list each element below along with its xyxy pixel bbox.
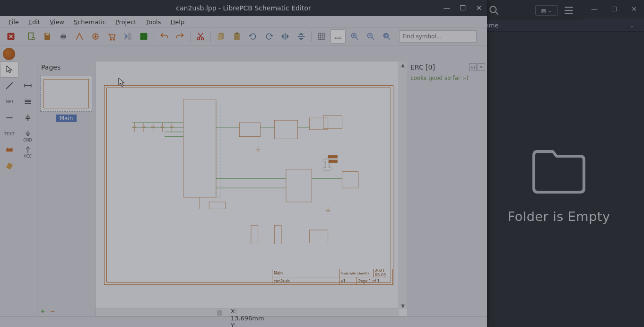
window-titlebar: can2usb.lpp - LibrePCB Schematic Editor …	[0, 0, 487, 16]
svg-line-1	[496, 12, 498, 14]
fm-menu-icon[interactable]	[563, 4, 575, 17]
tool-capacitor[interactable]	[18, 110, 37, 126]
erc-float-button[interactable]: ◱	[469, 63, 477, 71]
svg-point-19	[141, 37, 143, 39]
copy-button[interactable]	[214, 30, 228, 43]
menu-tools[interactable]: Tools	[141, 17, 165, 27]
scroll-down-icon[interactable]: ▼	[400, 303, 405, 308]
fm-body: Folder is Empty	[474, 40, 644, 327]
chevron-down-icon: ⌄	[629, 22, 635, 29]
svg-point-29	[383, 33, 388, 38]
tool-empty1	[18, 62, 37, 78]
svg-rect-91	[251, 225, 258, 244]
menu-view[interactable]: View	[45, 17, 69, 27]
svg-rect-16	[140, 33, 148, 40]
fm-close-button[interactable]: ✕	[624, 0, 644, 18]
export-pdf-button[interactable]	[72, 30, 87, 43]
cut-button[interactable]	[193, 30, 208, 43]
tool-text[interactable]: TEXT	[0, 126, 18, 142]
erc-panel: ERC [0] ◱ ✕ Looks good so far :-)	[407, 62, 487, 317]
status-bar: X: 13.696mm Y: 199.955mm	[0, 316, 487, 327]
svg-point-14	[113, 39, 115, 40]
export-image-button[interactable]	[88, 30, 103, 43]
board-editor-button[interactable]	[137, 30, 151, 43]
svg-line-31	[6, 82, 12, 88]
librepcb-logo-icon[interactable]	[3, 48, 15, 60]
menu-schematic[interactable]: Schematic	[69, 17, 111, 27]
zoom-in-button[interactable]	[348, 30, 362, 43]
status-x-label: X:	[231, 308, 237, 315]
window-maximize-button[interactable]: ☐	[455, 0, 471, 16]
tool-select[interactable]	[0, 62, 18, 78]
sheet-overlay-number: 1	[322, 157, 332, 173]
tb-date: 2021-08-05	[374, 269, 393, 277]
print-button[interactable]	[56, 30, 70, 43]
svg-rect-92	[274, 225, 281, 244]
rotate-ccw-button[interactable]	[246, 30, 260, 43]
tool-net[interactable]: .NET	[0, 94, 18, 110]
menu-edit[interactable]: Edit	[24, 17, 45, 27]
svg-rect-84	[286, 169, 312, 202]
units-button[interactable]	[331, 29, 346, 44]
folder-open-icon	[528, 143, 590, 195]
window-close-button[interactable]: ✕	[471, 0, 487, 16]
fm-empty-text: Folder is Empty	[508, 209, 610, 224]
tool-vcc[interactable]: VCC	[18, 142, 37, 158]
svg-rect-48	[7, 148, 8, 149]
schematic-drawing	[109, 90, 389, 282]
svg-rect-89	[209, 202, 226, 209]
fm-search-icon[interactable]	[488, 4, 500, 17]
undo-button[interactable]	[157, 30, 171, 43]
pages-panel: Pages Main + −	[37, 62, 96, 317]
menu-project[interactable]: Project	[111, 17, 141, 27]
zoom-fit-button[interactable]	[380, 30, 394, 43]
tool-component[interactable]	[0, 142, 18, 158]
fm-column-header[interactable]: Name ⌄	[474, 18, 644, 32]
svg-rect-79	[309, 118, 328, 130]
schematic-canvas[interactable]: Main Made With LibrePCB 2021-08-05 can2u…	[96, 62, 407, 317]
status-x-value: 13.696mm	[231, 315, 264, 322]
page-thumbnail[interactable]	[40, 76, 92, 112]
save-button[interactable]	[40, 30, 54, 43]
menu-file[interactable]: File	[4, 17, 24, 27]
svg-rect-8	[46, 33, 49, 35]
tool-empty2	[18, 158, 37, 174]
tb-made: Made With LibrePCB	[339, 269, 374, 277]
scroll-up-icon[interactable]: ▲	[400, 62, 405, 67]
new-sheet-button[interactable]	[24, 30, 38, 43]
close-project-button[interactable]	[4, 30, 18, 43]
paste-button[interactable]	[230, 30, 244, 43]
svg-point-22	[201, 38, 204, 40]
zoom-out-button[interactable]	[364, 30, 378, 43]
add-page-button[interactable]: +	[40, 308, 45, 315]
second-toolbar	[0, 45, 487, 63]
tool-polygon[interactable]	[0, 110, 18, 126]
menu-help[interactable]: Help	[166, 17, 190, 27]
control-panel-button[interactable]	[121, 30, 135, 43]
rotate-cw-button[interactable]	[262, 30, 276, 43]
remove-page-button[interactable]: −	[50, 308, 55, 315]
fm-view-toggle[interactable]: ▦ ⌄	[535, 5, 558, 16]
tool-gnd[interactable]: GND	[18, 126, 37, 142]
find-symbol-input[interactable]: Find symbol...	[399, 30, 477, 43]
window-minimize-button[interactable]: —	[439, 0, 455, 16]
tool-netlabel[interactable]	[18, 78, 37, 94]
mirror-h-button[interactable]	[278, 30, 292, 43]
vertical-scrollbar[interactable]: ▲ ▼	[399, 62, 407, 309]
svg-rect-24	[218, 34, 222, 40]
menu-bar: File Edit View Schematic Project Tools H…	[0, 16, 487, 28]
page-name-label[interactable]: Main	[56, 115, 77, 122]
svg-rect-47	[6, 149, 12, 152]
mirror-v-button[interactable]	[294, 30, 308, 43]
erc-close-button[interactable]: ✕	[478, 63, 485, 71]
redo-button[interactable]	[173, 30, 187, 43]
tool-resistor[interactable]	[0, 158, 18, 174]
fm-maximize-button[interactable]: ☐	[604, 0, 624, 18]
tb-rev: v1	[339, 277, 357, 285]
tool-wire[interactable]	[0, 78, 18, 94]
tool-bus[interactable]	[18, 94, 37, 110]
order-pcb-button[interactable]	[104, 30, 119, 43]
fm-minimize-button[interactable]: —	[584, 0, 604, 18]
grid-button[interactable]	[314, 30, 329, 43]
window-title: can2usb.lpp - LibrePCB Schematic Editor	[176, 4, 311, 12]
